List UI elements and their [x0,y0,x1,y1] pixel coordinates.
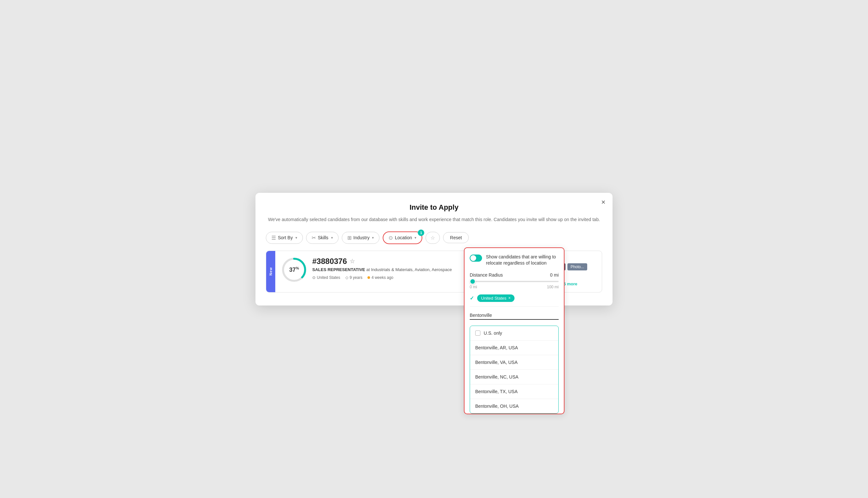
bentonville-nc-label: Bentonville, NC, USA [475,374,518,380]
location-dropdown: U.S. only Bentonville, AR, USA Bentonvil… [470,326,558,414]
filter-bar: ☰ Sort By ▾ ✂ Skills ▾ ⊞ Industry ▾ ⊙ Lo… [266,232,602,244]
distance-value: 0 mi [550,272,558,278]
distance-slider[interactable] [470,281,558,282]
toggle-knob [470,255,476,261]
distance-header: Distance Radius 0 mi [470,272,558,278]
reset-button[interactable]: Reset [443,232,469,243]
us-only-label: U.S. only [484,330,502,336]
slider-min-label: 0 mi [470,285,477,289]
relocate-toggle[interactable] [470,254,482,262]
dot-icon [367,276,370,279]
candidate-id: #3880376 ☆ [312,257,487,266]
skills-label: Skills [318,235,329,240]
check-icon: ✓ [470,295,474,301]
score-circle: 37% [281,257,307,283]
slider-track [470,281,558,282]
location-panel: Show candidates that are willing to relo… [464,247,565,414]
close-button[interactable]: × [601,199,605,206]
bentonville-ar-label: Bentonville, AR, USA [475,345,518,350]
toggle-row: Show candidates that are willing to relo… [470,254,558,266]
dropdown-item-us-only[interactable]: U.S. only [470,326,558,341]
industry-label: Industry [354,235,370,240]
location-badge: 1 [418,230,424,236]
invite-to-apply-modal: × Invite to Apply We've automatically se… [255,193,613,305]
selected-location-row: ✓ United States × [470,294,558,307]
sort-by-button[interactable]: ☰ Sort By ▾ [266,232,303,244]
skill-tag-more: Photo... [567,263,587,271]
bentonville-tx-label: Bentonville, TX, USA [475,389,517,394]
dropdown-item-ar[interactable]: Bentonville, AR, USA [470,341,558,355]
distance-label: Distance Radius [470,272,503,278]
modal-subtitle: We've automatically selected candidates … [266,216,602,223]
candidate-location: ⊙ United States [312,275,340,280]
distance-section: Distance Radius 0 mi 0 mi 100 mi [470,272,558,289]
location-icon: ⊙ [389,235,393,241]
location-search-input[interactable] [470,311,558,320]
slider-thumb[interactable] [470,278,475,284]
industry-chevron-icon: ▾ [372,236,374,240]
skills-chevron-icon: ▾ [331,236,333,240]
location-pin-icon: ⊙ [312,275,316,280]
location-chevron-icon: ▾ [415,236,417,240]
us-only-checkbox[interactable] [475,330,481,336]
candidate-posted: 4 weeks ago [367,275,393,280]
candidate-info: #3880376 ☆ SALES REPRESENTATIVE at Indus… [312,257,487,286]
candidate-experience: ◇ 9 years [345,275,362,280]
dropdown-item-nc[interactable]: Bentonville, NC, USA [470,370,558,384]
search-input-row [470,311,558,323]
skills-button[interactable]: ✂ Skills ▾ [306,232,339,244]
bentonville-va-label: Bentonville, VA, USA [475,360,517,365]
location-chip: United States × [477,294,514,302]
industry-button[interactable]: ⊞ Industry ▾ [342,232,380,244]
slider-max-label: 100 mi [547,285,558,289]
candidate-role: SALES REPRESENTATIVE at Industrials & Ma… [312,267,487,272]
selected-location-text: United States [481,296,507,301]
bentonville-oh-label: Bentonville, OH, USA [475,404,519,409]
dropdown-item-va[interactable]: Bentonville, VA, USA [470,355,558,370]
skills-icon: ✂ [312,235,316,241]
modal-title: Invite to Apply [266,203,602,212]
diamond-icon: ◇ [345,275,348,280]
new-label: New [266,251,275,292]
sort-by-label: Sort By [278,235,293,240]
location-label: Location [395,235,412,240]
favorites-button[interactable]: ☆ [425,232,440,244]
sort-chevron-icon: ▾ [295,236,297,240]
favorite-icon[interactable]: ☆ [350,258,355,265]
slider-labels: 0 mi 100 mi [470,285,558,289]
location-button[interactable]: ⊙ Location 1 ▾ [383,232,422,244]
content-area: New 37% #3880376 ☆ [266,251,602,292]
industry-icon: ⊞ [347,235,352,241]
score-text: 37% [289,266,299,273]
dropdown-item-oh[interactable]: Bentonville, OH, USA [470,399,558,413]
remove-location-button[interactable]: × [508,296,511,300]
sort-icon: ☰ [271,235,276,241]
relocate-toggle-label: Show candidates that are willing to relo… [486,254,558,266]
candidate-meta: ⊙ United States ◇ 9 years 4 weeks ago [312,275,487,280]
dropdown-item-tx[interactable]: Bentonville, TX, USA [470,384,558,399]
